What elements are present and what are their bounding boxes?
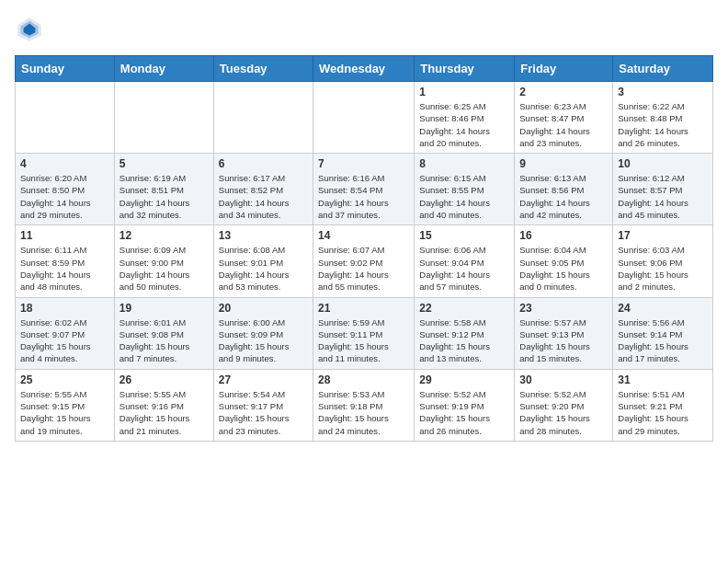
- day-info: Sunrise: 6:07 AM Sunset: 9:02 PM Dayligh…: [318, 244, 409, 293]
- day-number: 12: [119, 229, 209, 242]
- day-info: Sunrise: 5:52 AM Sunset: 9:20 PM Dayligh…: [519, 388, 608, 437]
- weekday-header-tuesday: Tuesday: [213, 56, 313, 82]
- day-info: Sunrise: 5:56 AM Sunset: 9:14 PM Dayligh…: [618, 316, 708, 365]
- day-info: Sunrise: 6:16 AM Sunset: 8:54 PM Dayligh…: [318, 172, 409, 221]
- day-number: 28: [318, 373, 409, 386]
- calendar-cell: 25Sunrise: 5:55 AM Sunset: 9:15 PM Dayli…: [16, 369, 115, 441]
- day-number: 13: [219, 229, 308, 242]
- calendar-cell: 5Sunrise: 6:19 AM Sunset: 8:51 PM Daylig…: [114, 154, 213, 225]
- day-info: Sunrise: 6:13 AM Sunset: 8:56 PM Dayligh…: [519, 172, 608, 221]
- day-number: 1: [419, 86, 509, 98]
- day-info: Sunrise: 6:01 AM Sunset: 9:08 PM Dayligh…: [119, 316, 209, 365]
- calendar-cell: 15Sunrise: 6:06 AM Sunset: 9:04 PM Dayli…: [415, 225, 515, 297]
- calendar-cell: 24Sunrise: 5:56 AM Sunset: 9:14 PM Dayli…: [613, 297, 713, 369]
- calendar-cell: 6Sunrise: 6:17 AM Sunset: 8:52 PM Daylig…: [213, 154, 313, 225]
- calendar-cell: 13Sunrise: 6:08 AM Sunset: 9:01 PM Dayli…: [213, 225, 313, 297]
- calendar-cell: 22Sunrise: 5:58 AM Sunset: 9:12 PM Dayli…: [415, 297, 515, 369]
- day-number: 21: [318, 302, 409, 315]
- calendar-cell: 17Sunrise: 6:03 AM Sunset: 9:06 PM Dayli…: [613, 225, 713, 297]
- weekday-header-row: SundayMondayTuesdayWednesdayThursdayFrid…: [16, 56, 713, 82]
- day-number: 3: [618, 86, 708, 98]
- weekday-header-saturday: Saturday: [613, 56, 713, 82]
- calendar-week-4: 18Sunrise: 6:02 AM Sunset: 9:07 PM Dayli…: [16, 297, 713, 369]
- day-number: 22: [419, 302, 509, 315]
- day-info: Sunrise: 5:55 AM Sunset: 9:16 PM Dayligh…: [119, 388, 209, 437]
- calendar-cell: 9Sunrise: 6:13 AM Sunset: 8:56 PM Daylig…: [515, 154, 613, 225]
- calendar-cell: 1Sunrise: 6:25 AM Sunset: 8:46 PM Daylig…: [415, 82, 515, 154]
- calendar-week-3: 11Sunrise: 6:11 AM Sunset: 8:59 PM Dayli…: [16, 225, 713, 297]
- day-info: Sunrise: 5:53 AM Sunset: 9:18 PM Dayligh…: [318, 388, 409, 437]
- calendar-cell: 4Sunrise: 6:20 AM Sunset: 8:50 PM Daylig…: [16, 154, 115, 225]
- calendar-cell: 21Sunrise: 5:59 AM Sunset: 9:11 PM Dayli…: [313, 297, 415, 369]
- day-number: 19: [119, 302, 209, 315]
- day-number: 26: [119, 373, 209, 386]
- day-info: Sunrise: 6:23 AM Sunset: 8:47 PM Dayligh…: [519, 100, 608, 149]
- day-info: Sunrise: 6:20 AM Sunset: 8:50 PM Dayligh…: [20, 172, 109, 221]
- calendar-cell: 31Sunrise: 5:51 AM Sunset: 9:21 PM Dayli…: [613, 369, 713, 441]
- calendar-week-5: 25Sunrise: 5:55 AM Sunset: 9:15 PM Dayli…: [16, 369, 713, 441]
- day-info: Sunrise: 5:57 AM Sunset: 9:13 PM Dayligh…: [519, 316, 608, 365]
- logo: [15, 15, 48, 44]
- day-info: Sunrise: 6:00 AM Sunset: 9:09 PM Dayligh…: [219, 316, 308, 365]
- day-number: 25: [20, 373, 109, 386]
- day-number: 16: [519, 229, 608, 242]
- weekday-header-thursday: Thursday: [415, 56, 515, 82]
- weekday-header-friday: Friday: [515, 56, 613, 82]
- day-info: Sunrise: 6:04 AM Sunset: 9:05 PM Dayligh…: [519, 244, 608, 293]
- day-number: 27: [219, 373, 308, 386]
- day-info: Sunrise: 6:11 AM Sunset: 8:59 PM Dayligh…: [20, 244, 109, 293]
- calendar-cell: 23Sunrise: 5:57 AM Sunset: 9:13 PM Dayli…: [515, 297, 613, 369]
- day-info: Sunrise: 5:52 AM Sunset: 9:19 PM Dayligh…: [419, 388, 509, 437]
- day-number: 5: [119, 157, 209, 170]
- calendar-cell: 16Sunrise: 6:04 AM Sunset: 9:05 PM Dayli…: [515, 225, 613, 297]
- calendar-week-1: 1Sunrise: 6:25 AM Sunset: 8:46 PM Daylig…: [16, 82, 713, 154]
- day-info: Sunrise: 5:54 AM Sunset: 9:17 PM Dayligh…: [219, 388, 308, 437]
- day-number: 24: [618, 302, 708, 315]
- day-number: 31: [618, 373, 708, 386]
- calendar-cell: 30Sunrise: 5:52 AM Sunset: 9:20 PM Dayli…: [515, 369, 613, 441]
- day-info: Sunrise: 6:15 AM Sunset: 8:55 PM Dayligh…: [419, 172, 509, 221]
- day-info: Sunrise: 6:02 AM Sunset: 9:07 PM Dayligh…: [20, 316, 109, 365]
- day-info: Sunrise: 6:19 AM Sunset: 8:51 PM Dayligh…: [119, 172, 209, 221]
- calendar-table: SundayMondayTuesdayWednesdayThursdayFrid…: [15, 55, 713, 442]
- day-info: Sunrise: 5:58 AM Sunset: 9:12 PM Dayligh…: [419, 316, 509, 365]
- calendar-cell: 8Sunrise: 6:15 AM Sunset: 8:55 PM Daylig…: [415, 154, 515, 225]
- day-number: 8: [419, 157, 509, 170]
- calendar-cell: [114, 82, 213, 154]
- calendar-cell: 20Sunrise: 6:00 AM Sunset: 9:09 PM Dayli…: [213, 297, 313, 369]
- calendar-cell: 28Sunrise: 5:53 AM Sunset: 9:18 PM Dayli…: [313, 369, 415, 441]
- calendar-cell: [313, 82, 415, 154]
- weekday-header-wednesday: Wednesday: [313, 56, 415, 82]
- calendar-cell: 2Sunrise: 6:23 AM Sunset: 8:47 PM Daylig…: [515, 82, 613, 154]
- day-number: 11: [20, 229, 109, 242]
- day-number: 23: [519, 302, 608, 315]
- calendar-cell: 11Sunrise: 6:11 AM Sunset: 8:59 PM Dayli…: [16, 225, 115, 297]
- calendar-cell: 19Sunrise: 6:01 AM Sunset: 9:08 PM Dayli…: [114, 297, 213, 369]
- calendar-cell: [213, 82, 313, 154]
- day-info: Sunrise: 5:55 AM Sunset: 9:15 PM Dayligh…: [20, 388, 109, 437]
- day-info: Sunrise: 6:03 AM Sunset: 9:06 PM Dayligh…: [618, 244, 708, 293]
- day-info: Sunrise: 5:59 AM Sunset: 9:11 PM Dayligh…: [318, 316, 409, 365]
- day-info: Sunrise: 5:51 AM Sunset: 9:21 PM Dayligh…: [618, 388, 708, 437]
- day-number: 10: [618, 157, 708, 170]
- day-info: Sunrise: 6:22 AM Sunset: 8:48 PM Dayligh…: [618, 100, 708, 149]
- calendar-cell: 14Sunrise: 6:07 AM Sunset: 9:02 PM Dayli…: [313, 225, 415, 297]
- calendar-cell: 27Sunrise: 5:54 AM Sunset: 9:17 PM Dayli…: [213, 369, 313, 441]
- weekday-header-monday: Monday: [114, 56, 213, 82]
- calendar-cell: 26Sunrise: 5:55 AM Sunset: 9:16 PM Dayli…: [114, 369, 213, 441]
- day-number: 14: [318, 229, 409, 242]
- day-number: 6: [219, 157, 308, 170]
- calendar-cell: 3Sunrise: 6:22 AM Sunset: 8:48 PM Daylig…: [613, 82, 713, 154]
- day-number: 17: [618, 229, 708, 242]
- day-number: 18: [20, 302, 109, 315]
- calendar-cell: 7Sunrise: 6:16 AM Sunset: 8:54 PM Daylig…: [313, 154, 415, 225]
- day-info: Sunrise: 6:12 AM Sunset: 8:57 PM Dayligh…: [618, 172, 708, 221]
- day-info: Sunrise: 6:25 AM Sunset: 8:46 PM Dayligh…: [419, 100, 509, 149]
- calendar-cell: 29Sunrise: 5:52 AM Sunset: 9:19 PM Dayli…: [415, 369, 515, 441]
- day-info: Sunrise: 6:17 AM Sunset: 8:52 PM Dayligh…: [219, 172, 308, 221]
- calendar-cell: [16, 82, 115, 154]
- day-info: Sunrise: 6:08 AM Sunset: 9:01 PM Dayligh…: [219, 244, 308, 293]
- day-number: 30: [519, 373, 608, 386]
- page-header: [15, 15, 713, 44]
- day-number: 20: [219, 302, 308, 315]
